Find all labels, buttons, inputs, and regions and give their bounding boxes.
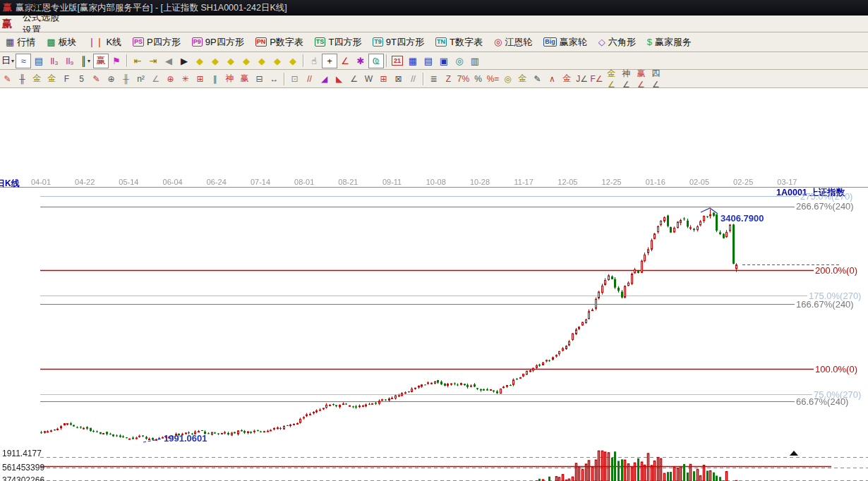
fan-square-red-tool[interactable]: ◣: [332, 71, 346, 86]
date-tick-10-08: 10-08: [421, 178, 452, 186]
sectors-button[interactable]: ▩板块: [42, 35, 81, 50]
t-square-button[interactable]: TST四方形: [310, 35, 366, 50]
diamond-expand-button[interactable]: ◆: [223, 54, 239, 68]
gann-pencil-tool[interactable]: ✎: [0, 71, 15, 86]
diamond-shrink-button[interactable]: ◆: [239, 54, 254, 68]
first-page-button[interactable]: ⇤: [130, 54, 145, 68]
gold-square-2-tool-glyph: 金: [48, 73, 56, 85]
five-square-tool[interactable]: 5: [74, 71, 89, 86]
level-list-tool[interactable]: ≣: [426, 71, 441, 86]
gold-circle-tool[interactable]: ◎: [500, 71, 515, 86]
measure-tool[interactable]: ↔: [267, 71, 282, 86]
save-button[interactable]: ▣: [436, 54, 452, 68]
wave-line-tool[interactable]: W: [361, 71, 376, 86]
starburst-tool[interactable]: ✳: [178, 71, 193, 86]
gann-wheel-button[interactable]: ◎江恩轮: [489, 35, 537, 50]
winner-wave-icon[interactable]: ≈: [16, 54, 31, 68]
diamond-up-button[interactable]: ◆: [254, 54, 270, 68]
n-square-tool[interactable]: n²: [133, 71, 148, 86]
notes-button-glyph: ▤: [424, 56, 433, 66]
gold-square-2-tool[interactable]: 金: [44, 71, 59, 86]
quotes-button[interactable]: ▦行情: [1, 35, 40, 50]
p-table-button[interactable]: PNP数字表: [251, 35, 308, 50]
chart-area[interactable]: 日K线 1A0001 上证指数 04-0104-2205-1406-0406-2…: [0, 88, 868, 481]
angle-line-tool[interactable]: ∠: [346, 71, 361, 86]
calculator-button[interactable]: ▦: [405, 54, 421, 68]
percent-lines-tool[interactable]: %=: [486, 71, 500, 86]
brain-tool-button[interactable]: Ҩ: [368, 54, 384, 68]
winner-service-button[interactable]: $赢家服务: [642, 35, 697, 50]
parallel-lines-tool[interactable]: //: [406, 71, 421, 86]
si-angle-tool[interactable]: 四∠: [649, 71, 663, 86]
gold-square-tool[interactable]: 金: [30, 71, 44, 86]
time-circle-tool[interactable]: ⊕: [104, 71, 119, 86]
diamond-all-button[interactable]: ◆: [285, 54, 301, 68]
export-web-button[interactable]: ◎: [452, 54, 467, 68]
winner-wheel-button[interactable]: Big赢家轮: [538, 35, 592, 50]
t-table-button[interactable]: TNT数字表: [430, 35, 488, 50]
prev-button[interactable]: ◀: [161, 54, 176, 68]
percent-7-tool[interactable]: 7%: [456, 71, 471, 86]
last-page-button[interactable]: ⇥: [145, 54, 161, 68]
9t-square-icon: T9: [373, 37, 383, 47]
percent-tool[interactable]: %: [471, 71, 486, 86]
hand-tool-button[interactable]: ☝: [306, 54, 322, 68]
z-line-tool[interactable]: Z: [441, 71, 456, 86]
9t-square-button[interactable]: T99T四方形: [368, 35, 429, 50]
fan-square-purple-tool[interactable]: ◢: [317, 71, 332, 86]
box-grid-tool[interactable]: ⊠: [391, 71, 406, 86]
gann-level-label: 100.0%(0): [815, 364, 857, 375]
black-pencil-tool[interactable]: ✎: [530, 71, 545, 86]
notes-button[interactable]: ▤: [421, 54, 436, 68]
f-angle-tool[interactable]: F∠: [589, 71, 604, 86]
diamond-right-button[interactable]: ◆: [207, 54, 223, 68]
shen-angle-tool[interactable]: 神∠: [619, 71, 634, 86]
gold-red-tool[interactable]: 金: [560, 71, 574, 86]
print-button[interactable]: ▥: [467, 54, 483, 68]
kline-button[interactable]: ❘❘K线: [83, 35, 126, 50]
shen-square-tool[interactable]: 神: [222, 71, 237, 86]
fan-lines-tool[interactable]: //: [302, 71, 317, 86]
crosshair-tool-button[interactable]: +: [322, 54, 337, 68]
bars-3-icon[interactable]: ll₃: [47, 54, 62, 68]
star-square-tool[interactable]: ⊞: [193, 71, 207, 86]
red-grid-tool[interactable]: ⊞: [376, 71, 391, 86]
info-doc-icon[interactable]: ▤: [31, 54, 47, 68]
k-marks-tool[interactable]: ∥: [207, 71, 222, 86]
hexagon-button[interactable]: ◇六角形: [593, 35, 641, 50]
z-line-tool-glyph: Z: [446, 74, 451, 84]
grid-2-tool[interactable]: ╫: [119, 71, 133, 86]
menu-item-3[interactable]: 江恩: [16, 0, 66, 11]
next-button[interactable]: ▶: [176, 54, 192, 68]
grid-tool[interactable]: ╫: [15, 71, 30, 86]
j-angle-tool[interactable]: J∠: [574, 71, 589, 86]
wave-line-tool-glyph: W: [365, 74, 373, 84]
winner-red-icon[interactable]: 赢: [93, 54, 109, 68]
chan-tool-button[interactable]: ✱: [353, 54, 368, 68]
sectors-button-label: 板块: [59, 36, 77, 49]
box-tool[interactable]: ⊡: [287, 71, 302, 86]
bars-9-icon[interactable]: ll₉: [62, 54, 78, 68]
period-day-button[interactable]: 日▾: [0, 54, 16, 68]
diamond-left-button[interactable]: ◆: [192, 54, 207, 68]
ying-angle-tool[interactable]: 赢∠: [634, 71, 649, 86]
angle-measure-button[interactable]: ∠: [337, 54, 353, 68]
gold-angle-tool[interactable]: 金∠: [604, 71, 619, 86]
ying-square-tool[interactable]: 赢: [237, 71, 252, 86]
angle-set-tool[interactable]: ∠: [148, 71, 163, 86]
ruler-123-tool[interactable]: ⊟: [252, 71, 267, 86]
diamond-down-button[interactable]: ◆: [270, 54, 285, 68]
gann-target-tool[interactable]: ⊕: [163, 71, 178, 86]
candle-style-button[interactable]: ║▾: [78, 54, 93, 68]
shen-angle-tool-glyph: 神∠: [622, 68, 631, 90]
9p-square-button[interactable]: P99P四方形: [187, 35, 249, 50]
wave-angle-tool[interactable]: ∧: [545, 71, 560, 86]
level-list-tool-glyph: ≣: [430, 74, 437, 84]
flag-filter-icon[interactable]: ⚑: [109, 54, 124, 68]
menu-item-4[interactable]: 公式选股: [16, 11, 66, 24]
f-square-tool[interactable]: F: [59, 71, 74, 86]
red-pencil-tool[interactable]: ✎: [89, 71, 104, 86]
gold-lines-tool[interactable]: 金: [515, 71, 530, 86]
calendar-21-button[interactable]: 21: [390, 54, 405, 68]
p-square-button[interactable]: PSP四方形: [128, 35, 186, 50]
